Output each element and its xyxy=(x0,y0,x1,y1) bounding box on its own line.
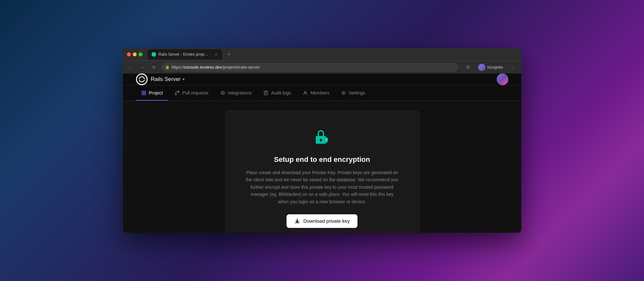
download-icon xyxy=(294,218,300,224)
tab-integrations-label: Integrations xyxy=(228,90,252,96)
pull-requests-icon xyxy=(175,90,180,96)
card-title: Setup end to end encryption xyxy=(274,155,370,164)
download-private-key-button[interactable]: Download private key xyxy=(287,214,357,228)
brand: Rails Server ▾ xyxy=(136,73,185,85)
tab-project[interactable]: Project xyxy=(136,86,168,101)
svg-rect-5 xyxy=(144,93,146,95)
browser-chrome: Rails Server - Envles project s... ✕ + ←… xyxy=(123,48,521,73)
project-name-label: Rails Server xyxy=(151,76,181,83)
lock-icon: 🔒 xyxy=(165,65,170,69)
browser-window: Rails Server - Envles project s... ✕ + ←… xyxy=(123,48,521,233)
incognito-button[interactable]: Incognito xyxy=(475,62,506,72)
encryption-card: Setup end to end encryption Plase create… xyxy=(225,110,419,233)
svg-rect-16 xyxy=(320,140,322,141)
svg-rect-2 xyxy=(142,91,143,93)
maximize-window-button[interactable] xyxy=(139,52,142,56)
settings-icon xyxy=(341,90,346,96)
close-window-button[interactable] xyxy=(127,52,131,56)
svg-point-0 xyxy=(139,77,144,82)
tab-integrations[interactable]: Integrations xyxy=(215,86,257,101)
incognito-avatar xyxy=(478,64,485,71)
forward-button[interactable]: → xyxy=(138,63,147,72)
card-description: Plase create and download your Private K… xyxy=(245,169,400,205)
address-text: https://console.envless.dev/projects/rai… xyxy=(172,65,260,70)
tab-members-label: Members xyxy=(311,90,329,96)
svg-rect-3 xyxy=(144,91,146,93)
address-bar[interactable]: 🔒 https://console.envless.dev/projects/r… xyxy=(161,63,458,72)
tab-settings[interactable]: Settings xyxy=(336,86,370,101)
chevron-down-icon: ▾ xyxy=(183,77,185,82)
members-icon xyxy=(303,90,308,96)
minimize-window-button[interactable] xyxy=(133,52,137,56)
split-view-button[interactable]: ⧉ xyxy=(463,63,472,72)
tab-favicon-icon xyxy=(152,52,156,57)
url-domain: console.envless.dev xyxy=(184,65,222,70)
nav-tabs: Project Pull requests xyxy=(123,85,521,101)
lock-shield-icon xyxy=(312,127,333,148)
audit-logs-icon xyxy=(263,90,268,96)
browser-titlebar: Rails Server - Envles project s... ✕ + xyxy=(123,48,521,61)
project-icon xyxy=(141,90,146,96)
tab-pull-requests-label: Pull requests xyxy=(182,90,209,96)
new-tab-button[interactable]: + xyxy=(225,50,234,59)
browser-addressbar: ← → ↻ 🔒 https://console.envless.dev/proj… xyxy=(123,61,521,73)
tab-audit-logs-label: Audit logs xyxy=(271,90,291,96)
browser-tab[interactable]: Rails Server - Envles project s... ✕ xyxy=(148,49,222,60)
app-header: Rails Server ▾ xyxy=(123,73,521,85)
svg-rect-4 xyxy=(142,93,143,95)
brand-logo xyxy=(136,73,148,85)
integrations-icon xyxy=(220,90,225,96)
tab-pull-requests[interactable]: Pull requests xyxy=(169,86,214,101)
url-protocol: https:// xyxy=(172,65,184,70)
incognito-label: Incognito xyxy=(487,65,503,70)
tab-audit-logs[interactable]: Audit logs xyxy=(258,86,296,101)
reload-button[interactable]: ↻ xyxy=(150,63,159,72)
download-button-label: Download private key xyxy=(303,218,350,224)
svg-point-13 xyxy=(343,92,344,94)
avatar[interactable] xyxy=(497,73,508,85)
main-content: Setup end to end encryption Plase create… xyxy=(123,101,521,233)
tab-project-label: Project xyxy=(149,90,163,96)
browser-actions: ⧉ Incognito ⋮ xyxy=(463,62,518,72)
app-content: Rails Server ▾ Project xyxy=(123,73,521,233)
project-name-button[interactable]: Rails Server ▾ xyxy=(151,76,185,83)
traffic-lights xyxy=(127,52,142,56)
url-path: /projects/rails-server xyxy=(222,65,260,70)
menu-button[interactable]: ⋮ xyxy=(509,63,518,72)
tab-title: Rails Server - Envles project s... xyxy=(159,52,210,57)
back-button[interactable]: ← xyxy=(126,63,135,72)
tab-close-button[interactable]: ✕ xyxy=(214,52,218,57)
tab-members[interactable]: Members xyxy=(298,86,334,101)
tab-settings-label: Settings xyxy=(349,90,365,96)
